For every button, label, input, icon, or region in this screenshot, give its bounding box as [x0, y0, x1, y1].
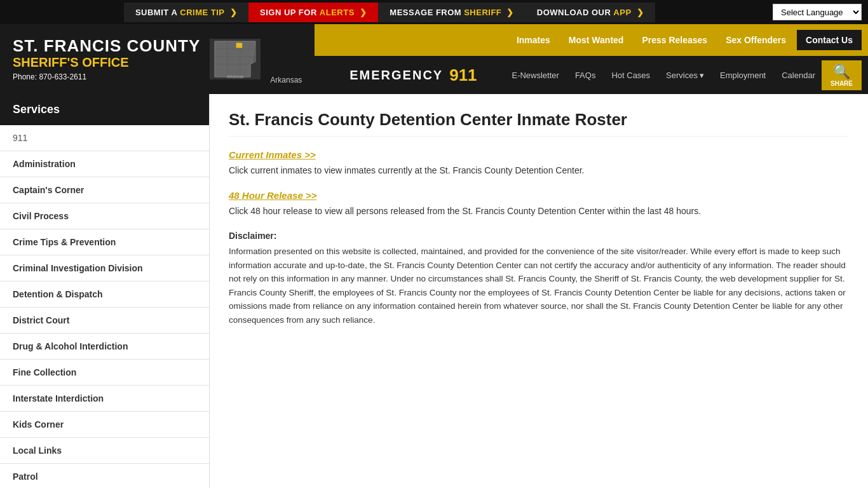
state-label: Arkansas: [270, 76, 302, 88]
sidebar-item-local-links[interactable]: Local Links: [0, 438, 209, 464]
search-icon: 🔍: [833, 64, 850, 80]
share-label: SHARE: [831, 80, 853, 87]
svg-text:Arkansas: Arkansas: [227, 74, 244, 79]
emergency-911: 911: [449, 65, 477, 85]
alerts-arrow: ❯: [360, 8, 367, 17]
nav-faqs[interactable]: FAQs: [569, 68, 602, 83]
sheriff-label-pre: Message From: [390, 8, 461, 17]
top-bar-actions: SUBMIT A CRIME TIP ❯ SIGN UP FOR ALERTS …: [6, 3, 773, 22]
nav-inmates[interactable]: Inmates: [509, 32, 558, 48]
nav-hot-cases[interactable]: Hot Cases: [605, 68, 656, 83]
nav-press-releases[interactable]: Press Releases: [634, 32, 715, 48]
disclaimer-section: Disclaimer: Information presented on thi…: [229, 231, 849, 327]
crime-tip-label-pre: SUBMIT A: [135, 8, 177, 17]
search-share-button[interactable]: 🔍 SHARE: [822, 60, 862, 90]
app-arrow: ❯: [637, 8, 644, 17]
48-hour-release-section: 48 Hour Release >> Click 48 hour release…: [229, 190, 849, 218]
top-bar: SUBMIT A CRIME TIP ❯ SIGN UP FOR ALERTS …: [0, 0, 868, 24]
main-wrapper: Services 911 Administration Captain's Co…: [0, 94, 868, 488]
nav-contact-us[interactable]: Contact Us: [797, 30, 862, 50]
sidebar-item-drug-alcohol[interactable]: Drug & Alcohol Interdiction: [0, 334, 209, 360]
sidebar-item-district-court[interactable]: District Court: [0, 308, 209, 334]
sidebar-title: Services: [0, 94, 209, 125]
language-select[interactable]: Select Language: [773, 4, 862, 20]
crime-tip-button[interactable]: SUBMIT A CRIME TIP ❯: [124, 3, 248, 22]
nav-calendar[interactable]: Calendar: [775, 68, 822, 83]
current-inmates-desc: Click current inmates to view inmates cu…: [229, 164, 849, 177]
nav-bottom: EMERGENCY 911 E-Newsletter FAQs Hot Case…: [315, 56, 868, 94]
phone-number: Phone: 870-633-2611: [13, 72, 200, 81]
svg-marker-2: [215, 41, 255, 77]
sidebar-item-interstate[interactable]: Interstate Interdiction: [0, 386, 209, 412]
sheriff-arrow: ❯: [506, 8, 514, 17]
nav-enewsletter[interactable]: E-Newsletter: [505, 68, 565, 83]
chevron-down-icon: ▾: [700, 71, 704, 80]
header-right: Inmates Most Wanted Press Releases Sex O…: [315, 24, 868, 94]
sidebar-item-fine-collection[interactable]: Fine Collection: [0, 360, 209, 386]
48-hour-release-link[interactable]: 48 Hour Release >>: [229, 190, 316, 201]
sidebar-item-criminal-investigation[interactable]: Criminal Investigation Division: [0, 255, 209, 281]
emergency-block: EMERGENCY 911: [321, 65, 505, 85]
alerts-button[interactable]: SIGN UP FOR ALERTS ❯: [248, 3, 378, 22]
sidebar-item-crime-tips[interactable]: Crime Tips & Prevention: [0, 229, 209, 255]
sheriff-message-button[interactable]: Message From SHERIFF ❯: [378, 3, 526, 22]
nav-top: Inmates Most Wanted Press Releases Sex O…: [315, 24, 868, 56]
nav-sex-offenders[interactable]: Sex Offenders: [718, 32, 794, 48]
crime-tip-label-highlight: CRIME TIP: [180, 8, 224, 17]
alerts-label-highlight: ALERTS: [320, 8, 355, 17]
app-label-pre: Download Our: [537, 8, 611, 17]
header: ST. FRANCIS COUNTY SHERIFF'S OFFICE Phon…: [0, 24, 868, 94]
48-hour-release-desc: Click 48 hour release to view all person…: [229, 205, 849, 218]
content-area: St. Francis County Detention Center Inma…: [210, 94, 868, 488]
nav-services-dropdown[interactable]: Services ▾: [660, 68, 710, 83]
disclaimer-text: Information presented on this website is…: [229, 245, 849, 327]
logo-text: ST. FRANCIS COUNTY SHERIFF'S OFFICE Phon…: [13, 37, 200, 82]
crime-tip-arrow: ❯: [230, 8, 238, 17]
sheriff-label-highlight: SHERIFF: [464, 8, 501, 17]
county-name: ST. FRANCIS COUNTY: [13, 37, 200, 55]
current-inmates-link[interactable]: Current Inmates >>: [229, 149, 316, 160]
svg-rect-8: [236, 43, 243, 48]
current-inmates-section: Current Inmates >> Click current inmates…: [229, 149, 849, 177]
page-title: St. Francis County Detention Center Inma…: [229, 110, 849, 137]
logo-area: ST. FRANCIS COUNTY SHERIFF'S OFFICE Phon…: [0, 24, 315, 94]
nav-most-wanted[interactable]: Most Wanted: [561, 32, 632, 48]
sidebar-item-captains-corner[interactable]: Captain's Corner: [0, 177, 209, 203]
sidebar-item-patrol[interactable]: Patrol: [0, 464, 209, 488]
sidebar-item-civil-process[interactable]: Civil Process: [0, 203, 209, 229]
disclaimer-title: Disclaimer:: [229, 231, 849, 241]
sidebar: Services 911 Administration Captain's Co…: [0, 94, 210, 488]
alerts-label-pre: SIGN UP FOR: [260, 8, 317, 17]
sheriff-office: SHERIFF'S OFFICE: [13, 55, 200, 70]
nav-employment[interactable]: Employment: [714, 68, 772, 83]
app-label-highlight: APP: [613, 8, 631, 17]
sidebar-item-detention-dispatch[interactable]: Detention & Dispatch: [0, 281, 209, 308]
nav-bottom-links: E-Newsletter FAQs Hot Cases Services ▾ E…: [505, 68, 822, 83]
sidebar-item-911[interactable]: 911: [0, 125, 209, 151]
app-download-button[interactable]: Download Our APP ❯: [526, 3, 655, 22]
emergency-label: EMERGENCY: [349, 68, 443, 83]
sidebar-item-administration[interactable]: Administration: [0, 151, 209, 177]
sidebar-item-kids-corner[interactable]: Kids Corner: [0, 412, 209, 438]
arkansas-map: Arkansas: [210, 37, 261, 81]
